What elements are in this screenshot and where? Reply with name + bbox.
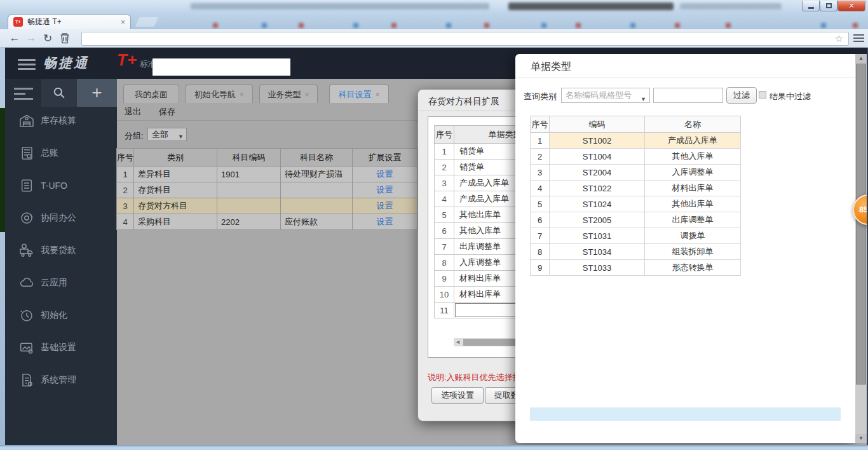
tab-close-icon[interactable]: × [121,18,125,27]
tab-close-icon[interactable]: × [304,90,309,99]
cell-code[interactable]: ST1033 [550,260,645,276]
table-row[interactable]: 1ST1002产成品入库单 [531,133,741,149]
scroll-left-icon[interactable]: ◄ [455,339,461,345]
sidebar-item-loan-truck[interactable]: 我要贷款 [5,234,117,266]
workspace-tab-3[interactable]: 业务类型× [259,85,318,103]
cell-name[interactable]: 其他出库单 [645,196,741,212]
maximize-button[interactable] [820,1,837,11]
cell-category[interactable]: 存货科目 [134,182,217,198]
minimize-button[interactable] [802,1,820,11]
cell-code[interactable]: ST2005 [550,212,645,228]
new-tab-button[interactable] [135,17,159,27]
sidebar-item-system-manage[interactable]: 系统管理 [5,364,117,396]
cell-name[interactable]: 出库调整单 [645,212,741,228]
cell-category[interactable]: 差异科目 [134,167,217,182]
cell-code[interactable]: ST1034 [550,244,645,260]
table-row[interactable]: 7ST1031调拨单 [531,228,741,244]
table-row[interactable]: 3ST2004入库调整单 [531,165,741,181]
cell-category[interactable]: 采购科目 [134,214,217,230]
table-row[interactable]: 6ST2005出库调整单 [531,212,741,228]
cell-name[interactable] [281,198,353,214]
table-header-row: 序号编码名称 [531,116,741,133]
settings-link[interactable]: 设置 [353,214,417,230]
table-row[interactable]: 2存货科目设置 [117,182,417,198]
group-filter-label: 分组: [125,130,144,142]
page-scrollbar[interactable]: ▲ ▼ [855,54,867,443]
cell-name[interactable]: 组装拆卸单 [645,244,741,260]
cell-code[interactable]: 2202 [217,214,281,230]
cell-code[interactable] [217,182,281,198]
cell-name[interactable]: 材料出库单 [645,181,741,196]
scroll-down-icon[interactable]: ▼ [855,434,867,443]
group-filter-select[interactable]: 全部 ▼ [147,128,187,141]
cell-no: 9 [531,260,550,276]
bookmark-star-icon[interactable]: ☆ [835,33,843,44]
sidebar-item-basic-settings[interactable]: 基础设置 [5,331,117,364]
workspace-tab-1[interactable]: 我的桌面 [123,85,179,103]
close-window-button[interactable]: ✕ [837,1,865,11]
sidebar-item-report[interactable]: T-UFO [5,169,117,201]
cell-name[interactable]: 入库调整单 [645,165,741,181]
cell-code[interactable]: ST1024 [550,196,645,212]
filter-keyword-input[interactable] [653,88,723,103]
cell-name[interactable]: 待处理财产损溢 [281,167,353,182]
table-row[interactable]: 4ST1022材料出库单 [531,181,741,196]
exit-button[interactable]: 退出 [125,106,141,118]
table-row[interactable]: 5ST1024其他出库单 [531,196,741,212]
back-icon[interactable]: ← [6,32,23,44]
scroll-up-icon[interactable]: ▲ [855,54,867,63]
app-menu-icon[interactable] [18,59,36,72]
table-row[interactable]: 1差异科目1901待处理财产损溢设置 [117,167,417,182]
filter-in-results-checkbox[interactable] [759,91,766,99]
tab-close-icon[interactable]: × [240,90,244,99]
filter-button[interactable]: 过滤 [726,87,757,104]
cell-code[interactable]: ST2004 [550,165,645,181]
cell-name[interactable]: 应付账款 [281,214,353,230]
sidebar-search-button[interactable] [41,79,77,107]
trash-icon[interactable] [58,32,71,44]
sidebar-item-ledger[interactable]: 总账 [5,137,117,169]
settings-link[interactable]: 设置 [353,182,417,198]
blurred-favicon [299,23,304,28]
table-row[interactable]: 8ST1034组装拆卸单 [531,244,741,260]
settings-link[interactable]: 设置 [353,198,417,214]
cell-code[interactable]: 1901 [217,167,281,182]
reload-icon[interactable]: ↻ [39,32,56,45]
browser-tab[interactable]: T+ 畅捷通 T+ × [8,14,131,29]
cell-name[interactable]: 其他入库单 [645,149,741,165]
sidebar-add-button[interactable]: + [77,79,117,107]
cell-category[interactable]: 存货对方科目 [134,198,217,214]
query-category-select[interactable]: 名称编码规格型号 ▼ [561,88,650,103]
save-button[interactable]: 保存 [159,106,175,118]
settings-link[interactable]: 设置 [353,167,417,182]
browser-toolbar: ← → ↻ ☆ [0,29,868,48]
cell-name[interactable] [281,182,353,198]
sidebar-item-clock[interactable]: 初始化 [5,299,117,331]
options-settings-button[interactable]: 选项设置 [431,387,484,404]
cell-code[interactable] [217,198,281,214]
cell-name[interactable]: 产成品入库单 [645,133,741,149]
table-row[interactable]: 9ST1033形态转换单 [531,260,741,276]
sidebar-item-warehouse[interactable]: 库存核算 [5,104,117,137]
cell-code[interactable]: ST1004 [550,149,645,165]
cell-code[interactable]: ST1022 [550,181,645,196]
table-row[interactable]: 3存货对方科目设置 [117,198,417,214]
sidebar-item-collaboration[interactable]: 协同办公 [5,201,117,234]
forward-icon[interactable]: → [23,32,39,44]
url-input[interactable]: ☆ [81,32,849,46]
loan-truck-icon [19,243,34,258]
cell-name[interactable]: 形态转换单 [645,260,741,276]
browser-menu-icon[interactable] [853,34,864,44]
sidebar-item-label: 协同办公 [41,212,76,224]
workspace-tab-4[interactable]: 科目设置× [329,85,389,103]
table-row[interactable]: 4采购科目2202应付账款设置 [117,214,417,230]
doc-type-dialog-title: 单据类型 [531,60,571,74]
collapse-menu-icon[interactable] [14,88,33,103]
tab-close-icon[interactable]: × [375,90,379,99]
sidebar-item-cloud[interactable]: 云应用 [5,266,117,299]
workspace-tab-2[interactable]: 初始化导航× [186,85,253,103]
cell-code[interactable]: ST1002 [550,133,645,149]
table-row[interactable]: 2ST1004其他入库单 [531,149,741,165]
cell-code[interactable]: ST1031 [550,228,645,244]
cell-name[interactable]: 调拨单 [645,228,741,244]
